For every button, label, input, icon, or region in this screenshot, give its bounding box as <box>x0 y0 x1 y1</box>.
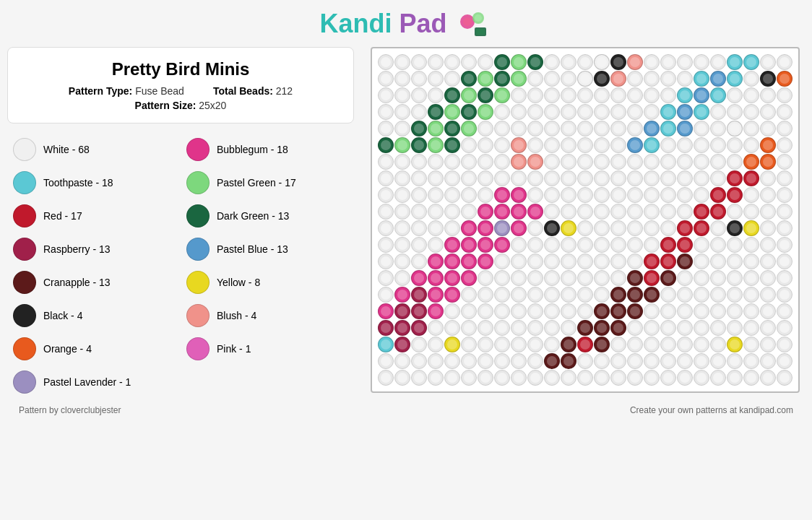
color-item: Pink - 1 <box>186 334 348 363</box>
bead <box>760 137 776 153</box>
bead <box>444 87 460 103</box>
bead <box>527 71 543 87</box>
bead <box>394 121 410 136</box>
color-label: Pastel Green - 17 <box>217 177 296 188</box>
bead <box>727 87 743 103</box>
bead <box>511 353 527 369</box>
bead <box>777 303 792 319</box>
bead <box>561 137 576 153</box>
bead <box>610 87 626 103</box>
bead <box>727 187 743 203</box>
bead <box>378 170 394 186</box>
bead <box>777 287 792 303</box>
bead <box>627 337 643 352</box>
bead <box>544 87 560 103</box>
color-label: Cranapple - 13 <box>43 277 111 288</box>
bead <box>677 154 693 170</box>
bead <box>743 204 759 220</box>
bead <box>627 287 643 303</box>
logo-icon <box>453 7 493 40</box>
bead <box>677 353 693 369</box>
bead <box>411 121 427 136</box>
bead <box>461 303 477 319</box>
bead <box>378 121 394 136</box>
bead <box>428 237 444 253</box>
bead <box>444 303 460 319</box>
bead <box>428 254 444 269</box>
bead <box>411 137 427 153</box>
bead <box>511 137 527 153</box>
bead <box>594 121 610 136</box>
bead <box>461 204 477 220</box>
bead <box>777 54 792 70</box>
bead <box>378 154 394 170</box>
bead <box>394 87 410 103</box>
bead <box>511 370 527 386</box>
bead <box>494 137 510 153</box>
bead <box>544 170 560 186</box>
left-panel: Pretty Bird Minis Pattern Type: Fuse Bea… <box>7 47 354 396</box>
bead <box>627 187 643 203</box>
bead <box>727 54 743 70</box>
color-item: Black - 4 <box>13 301 175 330</box>
bead <box>610 71 626 87</box>
bead <box>544 54 560 70</box>
bead <box>577 137 593 153</box>
bead <box>677 320 693 336</box>
bead <box>743 254 759 269</box>
color-item: Yellow - 8 <box>186 268 348 297</box>
bead <box>610 303 626 319</box>
pattern-title: Pretty Bird Minis <box>25 59 336 79</box>
bead <box>394 170 410 186</box>
header: Kandi Pad <box>319 7 492 40</box>
bead <box>444 204 460 220</box>
bead <box>610 137 626 153</box>
bead <box>627 121 643 136</box>
bead <box>694 320 709 336</box>
bead <box>428 320 444 336</box>
bead <box>644 287 660 303</box>
bead <box>527 270 543 286</box>
bead <box>428 220 444 236</box>
bead <box>394 254 410 269</box>
bead <box>660 154 676 170</box>
bead <box>444 337 460 352</box>
bead <box>428 287 444 303</box>
bead <box>577 87 593 103</box>
bead <box>444 237 460 253</box>
bead <box>627 270 643 286</box>
bead <box>577 154 593 170</box>
bead <box>428 71 444 87</box>
bead <box>594 370 610 386</box>
bead <box>411 337 427 352</box>
bead <box>561 71 576 87</box>
bead <box>644 137 660 153</box>
bead <box>710 170 726 186</box>
bead <box>544 353 560 369</box>
bead <box>428 154 444 170</box>
bead <box>777 104 792 120</box>
bead <box>411 287 427 303</box>
bead <box>544 237 560 253</box>
bead <box>428 137 444 153</box>
bead <box>694 237 709 253</box>
bead <box>378 204 394 220</box>
bead <box>461 187 477 203</box>
bead <box>644 337 660 352</box>
bead <box>644 370 660 386</box>
bead <box>577 370 593 386</box>
bead <box>743 370 759 386</box>
bead <box>527 54 543 70</box>
bead <box>710 287 726 303</box>
bead <box>710 104 726 120</box>
bead <box>644 303 660 319</box>
bead <box>577 220 593 236</box>
bead <box>394 370 410 386</box>
bead <box>694 270 709 286</box>
bead <box>677 187 693 203</box>
bead <box>694 104 709 120</box>
pattern-beads: Total Beads: 212 <box>213 85 293 97</box>
color-item: Orange - 4 <box>13 334 175 363</box>
bead <box>577 254 593 269</box>
bead <box>760 71 776 87</box>
